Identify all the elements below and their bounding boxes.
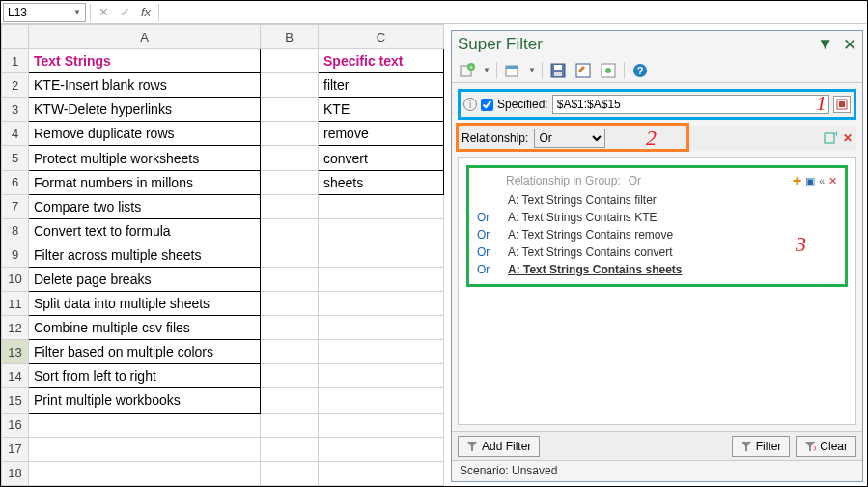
row-header[interactable]: 2 [2, 73, 29, 98]
cell[interactable]: Delete page breaks [29, 267, 261, 291]
cell[interactable]: Sort from left to right [29, 364, 261, 388]
cell[interactable]: filter [319, 73, 444, 98]
close-icon[interactable]: ✕ [843, 35, 856, 55]
cell[interactable] [261, 170, 319, 194]
cell[interactable] [319, 461, 444, 485]
delete-icon[interactable]: ✕ [843, 131, 853, 145]
column-header-c[interactable]: C [319, 25, 444, 49]
cell[interactable] [319, 413, 444, 437]
cell[interactable] [261, 194, 319, 218]
cell[interactable] [319, 218, 444, 243]
cell[interactable]: Filter across multiple sheets [29, 243, 261, 267]
cell[interactable] [261, 364, 319, 388]
row-header[interactable]: 11 [2, 292, 29, 316]
new-scenario-icon[interactable]: + [458, 61, 477, 80]
cell[interactable]: sheets [319, 170, 444, 194]
column-header-a[interactable]: A [29, 25, 261, 49]
cell[interactable]: Format numbers in millons [29, 170, 261, 194]
column-header-b[interactable]: B [261, 25, 319, 49]
cell[interactable] [29, 413, 261, 437]
specified-range-input[interactable]: $A$1:$A$15 [552, 95, 829, 114]
row-header[interactable]: 3 [2, 98, 29, 122]
cell[interactable]: KTE [319, 98, 444, 122]
cell[interactable]: Protect multiple worksheets [29, 146, 261, 170]
cell[interactable] [261, 243, 319, 267]
cell[interactable] [261, 461, 319, 485]
cell[interactable] [261, 49, 319, 73]
specified-checkbox[interactable] [481, 99, 493, 111]
chevron-down-icon[interactable]: ▼ [528, 66, 536, 74]
delete-group-icon[interactable]: ✕ [828, 175, 837, 187]
cell[interactable]: Filter based on multiple colors [29, 340, 261, 364]
add-group-icon[interactable]: + [824, 131, 837, 145]
filter-rule[interactable]: OrA: Text Strings Contains convert [477, 244, 837, 261]
filter-rule[interactable]: A: Text Strings Contains filter [477, 191, 837, 209]
help-icon[interactable]: ? [630, 61, 650, 80]
cell[interactable]: Print multiple workbooks [29, 388, 261, 413]
check-icon[interactable]: ✓ [116, 4, 133, 21]
cell[interactable] [261, 316, 319, 340]
cell[interactable] [319, 267, 444, 291]
cell[interactable]: Split data into multiple sheets [29, 292, 261, 316]
cell[interactable] [319, 243, 444, 267]
clear-button[interactable]: ✕Clear [796, 436, 856, 457]
cell[interactable]: Text Strings [29, 49, 261, 73]
cell[interactable]: KTW-Delete hyperlinks [29, 98, 261, 122]
row-header[interactable]: 9 [2, 243, 29, 267]
row-header[interactable]: 13 [2, 340, 29, 364]
cell[interactable] [261, 437, 319, 461]
cell[interactable] [261, 218, 319, 243]
cell[interactable]: Convert text to formula [29, 218, 261, 243]
filter-rule[interactable]: OrA: Text Strings Contains KTE [477, 209, 837, 226]
cell[interactable] [319, 340, 444, 364]
add-filter-button[interactable]: Add Filter [458, 436, 540, 457]
row-header[interactable]: 8 [2, 218, 29, 243]
cell[interactable] [319, 437, 444, 461]
cell[interactable]: Remove duplicate rows [29, 122, 261, 146]
row-header[interactable]: 17 [2, 437, 29, 461]
select-all-corner[interactable] [2, 25, 29, 49]
row-header[interactable]: 14 [2, 364, 29, 388]
spreadsheet-grid[interactable]: A B C 1Text StringsSpecific text 2KTE-In… [1, 24, 444, 486]
row-header[interactable]: 10 [2, 267, 29, 291]
cell[interactable]: KTE-Insert blank rows [29, 73, 261, 98]
row-header[interactable]: 12 [2, 316, 29, 340]
dropdown-icon[interactable]: ▼ [817, 35, 833, 55]
cell[interactable] [261, 146, 319, 170]
cell[interactable]: Specific text [319, 49, 444, 73]
filter-rule[interactable]: OrA: Text Strings Contains sheets [477, 261, 837, 278]
cell[interactable]: Combine multiple csv files [29, 316, 261, 340]
row-header[interactable]: 15 [2, 388, 29, 413]
cell[interactable] [319, 364, 444, 388]
row-header[interactable]: 1 [2, 49, 29, 73]
chevron-down-icon[interactable]: ▼ [73, 8, 81, 16]
cell[interactable]: remove [319, 122, 444, 146]
add-rule-icon[interactable]: ✚ [793, 175, 801, 187]
cell[interactable] [261, 73, 319, 98]
row-header[interactable]: 4 [2, 122, 29, 146]
chevron-down-icon[interactable]: ▼ [483, 66, 490, 74]
open-scenario-icon[interactable] [503, 61, 522, 80]
cell[interactable]: convert [319, 146, 444, 170]
cell[interactable] [319, 194, 444, 218]
cell[interactable] [29, 437, 261, 461]
cell[interactable] [29, 461, 261, 485]
save-icon[interactable] [548, 61, 568, 80]
row-header[interactable]: 16 [2, 413, 29, 437]
name-box[interactable]: L13 ▼ [3, 3, 86, 22]
range-picker-icon[interactable] [833, 96, 851, 113]
manage-icon[interactable] [599, 61, 618, 80]
row-header[interactable]: 6 [2, 170, 29, 194]
cell[interactable] [261, 388, 319, 413]
cell[interactable] [261, 413, 319, 437]
cell[interactable] [261, 267, 319, 291]
relationship-select[interactable]: Or [534, 129, 605, 148]
info-icon[interactable]: i [463, 98, 477, 111]
row-header[interactable]: 5 [2, 146, 29, 170]
fx-icon[interactable]: fx [137, 4, 154, 21]
cell[interactable] [261, 122, 319, 146]
cell[interactable] [261, 292, 319, 316]
expand-icon[interactable]: ▣ [805, 175, 815, 187]
cancel-icon[interactable]: ✕ [95, 4, 112, 21]
collapse-icon[interactable]: « [819, 175, 825, 187]
